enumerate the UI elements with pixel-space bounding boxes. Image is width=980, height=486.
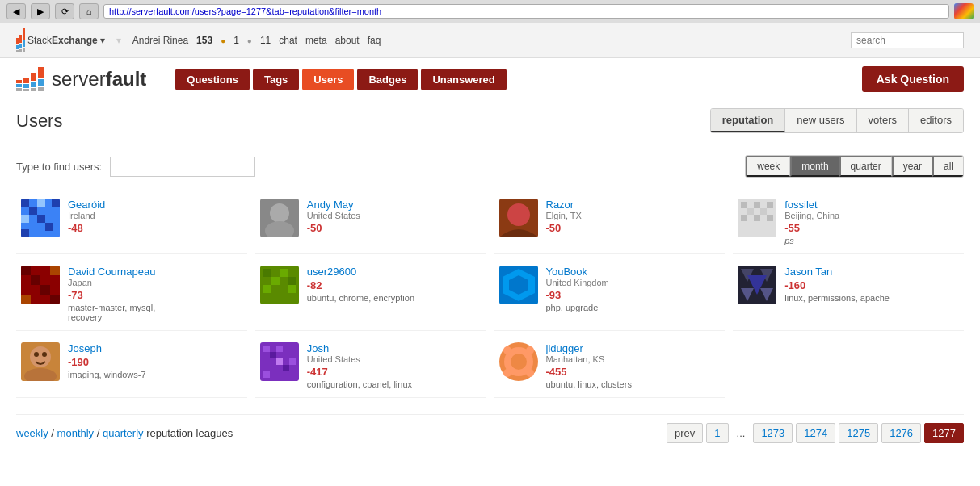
logo-text: serverfault <box>52 68 146 90</box>
svg-rect-26 <box>50 295 60 304</box>
tab-reputation[interactable]: reputation <box>711 109 786 132</box>
svg-point-12 <box>507 203 530 226</box>
rep-leagues: weekly / monthly / quarterly reputation … <box>16 427 233 439</box>
forward-button[interactable]: ▶ <box>31 3 50 19</box>
svg-rect-33 <box>288 277 296 285</box>
users-grid: Gearóid Ireland -48 Andy May United Stat… <box>16 191 964 398</box>
svg-rect-57 <box>283 365 289 371</box>
list-item: Andy May United States -50 <box>255 191 486 254</box>
topbar-username[interactable]: Andrei Rinea <box>132 35 188 46</box>
user-name[interactable]: user29600 <box>307 266 482 278</box>
topbar-badge-gold-icon: ● <box>221 36 225 45</box>
user-name[interactable]: Joseph <box>68 342 242 354</box>
user-location: Japan <box>68 278 242 287</box>
page-1273-button[interactable]: 1273 <box>753 423 793 443</box>
svg-rect-35 <box>288 285 296 293</box>
user-name[interactable]: YouBook <box>546 266 721 278</box>
back-button[interactable]: ◀ <box>6 3 26 19</box>
page-1-button[interactable]: 1 <box>706 423 728 443</box>
svg-rect-14 <box>741 202 747 208</box>
svg-point-48 <box>34 352 39 357</box>
svg-rect-16 <box>767 202 773 208</box>
topbar-meta-link[interactable]: meta <box>305 35 327 46</box>
users-header: Users reputation new users voters editor… <box>16 108 964 133</box>
nav-users[interactable]: Users <box>302 69 354 90</box>
tab-editors[interactable]: editors <box>909 109 963 132</box>
user-name[interactable]: Jason Tan <box>784 266 959 278</box>
user-name[interactable]: Gearóid <box>68 199 242 211</box>
user-info: Andy May United States -50 <box>307 199 482 236</box>
time-month[interactable]: month <box>790 156 839 177</box>
user-name[interactable]: Razor <box>546 199 721 211</box>
svg-rect-1 <box>21 199 29 207</box>
user-info: Joseph -190 imaging, windows-7 <box>68 342 242 379</box>
browser-bar: ◀ ▶ ⟳ ⌂ <box>0 0 980 23</box>
user-tags: ubuntu, linux, clusters <box>546 379 721 389</box>
user-rep: -190 <box>68 356 242 368</box>
topbar-chat-link[interactable]: chat <box>279 35 297 46</box>
page-1274-button[interactable]: 1274 <box>796 423 835 443</box>
svg-point-64 <box>526 369 534 377</box>
site-header: serverfault Questions Tags Users Badges … <box>0 58 980 100</box>
svg-rect-53 <box>289 358 296 365</box>
list-item: user29600 -82 ubuntu, chrome, encryption <box>255 258 486 331</box>
time-quarter[interactable]: quarter <box>839 156 892 177</box>
site-logo[interactable]: serverfault <box>16 67 146 91</box>
url-bar[interactable] <box>103 4 949 19</box>
page-1277-button[interactable]: 1277 <box>924 423 964 443</box>
user-info: jldugger Manhattan, KS -455 ubuntu, linu… <box>546 342 721 389</box>
page-ellipsis: ... <box>732 424 751 442</box>
time-year[interactable]: year <box>892 156 932 177</box>
svg-rect-51 <box>263 346 270 352</box>
user-search-input[interactable] <box>110 157 255 177</box>
user-name[interactable]: David Cournapeau <box>68 266 242 278</box>
svg-rect-4 <box>45 223 53 231</box>
nav-questions[interactable]: Questions <box>175 69 250 90</box>
reload-button[interactable]: ⟳ <box>55 3 74 19</box>
prev-page-button[interactable]: prev <box>667 423 703 443</box>
monthly-league-link[interactable]: monthly <box>57 427 95 439</box>
user-name[interactable]: jldugger <box>546 342 721 354</box>
topbar-search-input[interactable] <box>851 32 964 48</box>
user-tags: linux, permissions, apache <box>784 293 959 303</box>
user-info: David Cournapeau Japan -73 master-master… <box>68 266 242 322</box>
page-1276-button[interactable]: 1276 <box>881 423 921 443</box>
user-name[interactable]: Andy May <box>307 199 482 211</box>
filter-row: Type to find users: week month quarter y… <box>16 155 964 178</box>
nav-badges[interactable]: Badges <box>357 69 418 90</box>
user-location: United Kingdom <box>546 278 721 287</box>
tab-voters[interactable]: voters <box>857 109 909 132</box>
user-info: Gearóid Ireland -48 <box>68 199 242 236</box>
nav-tags[interactable]: Tags <box>253 69 299 90</box>
nav-buttons: Questions Tags Users Badges Unanswered <box>175 69 506 90</box>
filter-label: Type to find users: <box>16 161 102 173</box>
topbar-about-link[interactable]: about <box>335 35 360 46</box>
home-button[interactable]: ⌂ <box>79 3 99 19</box>
page-1275-button[interactable]: 1275 <box>839 423 878 443</box>
user-rep: -82 <box>307 279 482 291</box>
user-name[interactable]: Josh <box>307 342 482 354</box>
topbar-faq-link[interactable]: faq <box>368 35 381 46</box>
user-info: fossilet Beijing, China -55 ps <box>784 199 959 245</box>
user-name[interactable]: fossilet <box>784 199 959 211</box>
user-note: ps <box>784 236 959 245</box>
weekly-league-link[interactable]: weekly <box>16 427 48 439</box>
stackexchange-menu[interactable]: StackExchange ▾ <box>16 28 105 52</box>
nav-unanswered[interactable]: Unanswered <box>421 69 506 90</box>
svg-rect-24 <box>31 275 40 285</box>
time-all[interactable]: all <box>932 156 963 177</box>
quarterly-league-link[interactable]: quarterly <box>103 427 144 439</box>
ask-question-button[interactable]: Ask Question <box>862 66 964 92</box>
user-location: United States <box>307 354 482 364</box>
logo-text-normal: server <box>52 68 106 90</box>
time-week[interactable]: week <box>746 156 790 177</box>
svg-rect-19 <box>741 215 747 221</box>
svg-rect-28 <box>21 295 31 304</box>
topbar-badge-silver-icon: ● <box>247 36 252 45</box>
user-rep: -455 <box>546 366 721 378</box>
user-info: user29600 -82 ubuntu, chrome, encryption <box>307 266 482 303</box>
tab-new-users[interactable]: new users <box>785 109 856 132</box>
avatar <box>21 199 60 237</box>
user-rep: -93 <box>546 289 721 301</box>
svg-point-63 <box>503 369 511 377</box>
